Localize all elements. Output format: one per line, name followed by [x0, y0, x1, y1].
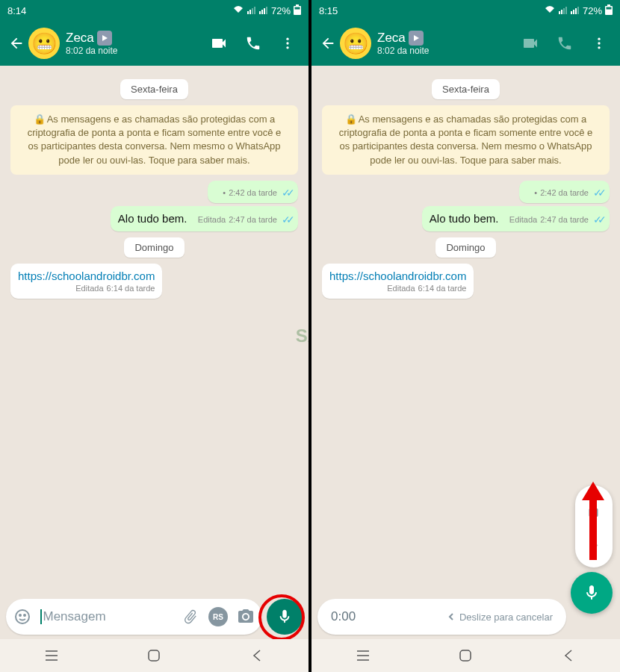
svg-point-32 — [598, 38, 600, 40]
svg-rect-0 — [247, 11, 249, 14]
menu-button[interactable] — [590, 34, 608, 52]
battery-icon — [605, 4, 613, 17]
svg-rect-8 — [296, 4, 299, 6]
day-separator: Sexta-feira — [120, 79, 188, 99]
payment-button[interactable]: RS — [208, 607, 228, 626]
nav-recents[interactable] — [29, 647, 74, 665]
message-in[interactable]: https://schoolandroidbr.com Editada6:14 … — [10, 264, 162, 299]
chat-header[interactable]: 😬 Zeca 8:02 da noite — [311, 21, 620, 66]
battery-percent: 72% — [271, 5, 291, 16]
svg-rect-6 — [264, 8, 265, 14]
message-out[interactable]: Alo tudo bem. Editada2:47 da tarde✓✓ — [422, 206, 610, 231]
recording-bar: 0:00 Deslize para cancelar — [311, 594, 620, 639]
play-badge-icon — [409, 31, 424, 46]
voice-call-button[interactable] — [244, 34, 262, 52]
nav-bar — [311, 639, 620, 672]
chat-area[interactable]: Sexta-feira 🔒As mensagens e as chamadas … — [311, 66, 620, 591]
screen-right: 8:15 72% 😬 Zeca — [311, 0, 620, 672]
message-out[interactable]: •2:42 da tarde✓✓ — [519, 181, 610, 203]
wifi-icon — [232, 5, 244, 16]
svg-rect-5 — [261, 10, 263, 14]
message-input-pill[interactable]: Mensagem RS — [6, 599, 262, 635]
read-ticks-icon: ✓✓ — [282, 187, 291, 199]
contact-info[interactable]: Zeca 8:02 da noite — [66, 31, 210, 56]
recording-timer: 0:00 — [331, 609, 356, 624]
signal-icon-2 — [571, 5, 580, 16]
lock-slide-pill[interactable] — [575, 485, 613, 567]
video-call-button[interactable] — [521, 34, 539, 52]
read-ticks-icon: ✓✓ — [593, 187, 602, 199]
chat-header[interactable]: 😬 Zeca 8:02 da noite — [0, 21, 309, 66]
recording-pill[interactable]: 0:00 Deslize para cancelar — [317, 599, 566, 635]
slide-to-cancel[interactable]: Deslize para cancelar — [447, 612, 553, 623]
chevron-left-icon — [447, 612, 455, 621]
status-time: 8:15 — [319, 5, 338, 16]
day-separator: Sexta-feira — [432, 79, 500, 99]
camera-button[interactable] — [237, 608, 255, 626]
day-separator: Domingo — [435, 237, 495, 258]
read-ticks-icon: ✓✓ — [282, 214, 291, 225]
nav-back[interactable] — [235, 647, 279, 665]
last-seen: 8:02 da noite — [377, 46, 521, 56]
nav-back[interactable] — [546, 647, 591, 665]
status-time: 8:14 — [7, 5, 26, 16]
contact-info[interactable]: Zeca 8:02 da noite — [377, 31, 521, 56]
voice-call-button[interactable] — [556, 34, 574, 52]
chevron-up-icon — [589, 538, 599, 550]
svg-point-15 — [19, 615, 21, 616]
svg-rect-1 — [249, 10, 251, 14]
signal-icon — [559, 5, 568, 16]
svg-rect-27 — [575, 8, 577, 14]
avatar[interactable]: 😬 — [28, 28, 60, 59]
nav-bar — [0, 639, 309, 672]
status-indicators: 72% — [544, 4, 613, 17]
emoji-button[interactable] — [13, 608, 31, 626]
video-call-button[interactable] — [210, 34, 228, 52]
svg-rect-7 — [266, 7, 267, 14]
signal-icon — [247, 5, 256, 16]
message-input[interactable]: Mensagem — [40, 609, 173, 625]
battery-icon — [294, 4, 301, 17]
last-seen: 8:02 da noite — [66, 46, 210, 56]
nav-home[interactable] — [131, 647, 176, 665]
svg-rect-4 — [259, 11, 261, 14]
avatar[interactable]: 😬 — [340, 28, 371, 59]
nav-home[interactable] — [443, 647, 488, 665]
svg-rect-22 — [561, 10, 562, 14]
contact-name: Zeca — [66, 31, 94, 46]
message-out[interactable]: •2:42 da tarde✓✓ — [208, 181, 298, 203]
encryption-notice[interactable]: 🔒As mensagens e as chamadas são protegid… — [322, 105, 610, 175]
svg-rect-2 — [252, 8, 253, 14]
screen-left: 8:14 72% 😬 Zeca — [0, 0, 309, 672]
svg-rect-31 — [607, 7, 612, 9]
message-link[interactable]: https://schoolandroidbr.com — [329, 270, 466, 282]
svg-rect-26 — [573, 10, 574, 14]
svg-point-14 — [16, 610, 29, 623]
svg-rect-21 — [559, 11, 560, 14]
mic-button[interactable] — [267, 599, 303, 635]
status-bar: 8:14 72% — [0, 0, 309, 21]
signal-icon-2 — [259, 5, 268, 16]
svg-rect-24 — [565, 7, 567, 14]
svg-point-34 — [598, 46, 600, 49]
encryption-notice[interactable]: 🔒As mensagens e as chamadas são protegid… — [10, 105, 298, 175]
svg-point-33 — [598, 42, 600, 44]
svg-point-13 — [286, 46, 288, 49]
contact-name: Zeca — [377, 31, 406, 46]
lock-icon: 🔒 — [34, 113, 46, 126]
message-out[interactable]: Alo tudo bem. Editada2:47 da tarde✓✓ — [111, 206, 298, 231]
svg-rect-10 — [295, 7, 300, 9]
nav-recents[interactable] — [341, 647, 385, 665]
chat-area[interactable]: Sexta-feira 🔒As mensagens e as chamadas … — [0, 66, 309, 591]
day-separator: Domingo — [124, 237, 184, 258]
message-link[interactable]: https://schoolandroidbr.com — [18, 270, 155, 282]
svg-rect-3 — [254, 7, 255, 14]
watermark: SA — [296, 326, 309, 346]
svg-rect-38 — [460, 650, 471, 661]
attach-button[interactable] — [182, 608, 199, 626]
read-ticks-icon: ✓✓ — [593, 214, 602, 225]
back-button[interactable] — [317, 33, 338, 54]
message-in[interactable]: https://schoolandroidbr.com Editada6:14 … — [322, 264, 474, 299]
back-button[interactable] — [6, 33, 27, 54]
menu-button[interactable] — [279, 34, 297, 52]
